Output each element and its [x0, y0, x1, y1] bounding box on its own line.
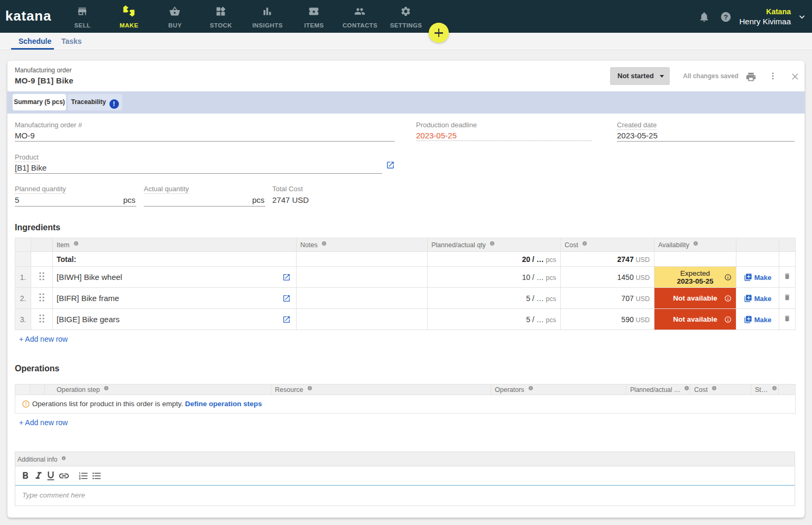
svg-text:?: ? — [724, 13, 728, 21]
